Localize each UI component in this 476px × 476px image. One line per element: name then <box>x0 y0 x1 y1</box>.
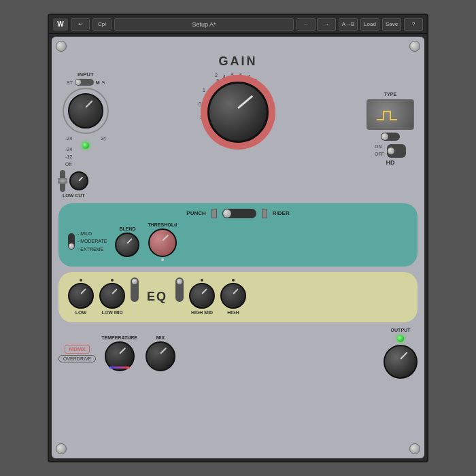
blend-knob[interactable] <box>115 233 139 257</box>
punch-rider-knob <box>223 209 231 218</box>
mdmx-badge: MDMX OVERDRIVE <box>58 345 96 362</box>
eq-high-band: HIGH <box>220 279 246 315</box>
input-max-label: 24 <box>101 136 106 141</box>
st-m-s-toggle[interactable] <box>75 79 94 86</box>
input-range-labels: -24 24 <box>65 136 106 141</box>
blend-label: BLEND <box>119 226 135 231</box>
punch-rider-toggle[interactable] <box>222 209 256 218</box>
extreme-option: - EXTREME <box>78 245 107 253</box>
punch-rider-bracket-right <box>262 209 267 218</box>
abc-left-text: ABC <box>133 303 136 318</box>
compare-button[interactable]: Cpl <box>92 18 112 31</box>
screw-top-right <box>409 41 420 52</box>
temperature-knob[interactable] <box>105 341 135 371</box>
threshold-knob[interactable] <box>148 228 177 257</box>
high-mid-label: HIGH MID <box>191 310 213 315</box>
hd-switch-knob <box>388 148 394 154</box>
top-bar: W ↩ Cpl Setup A* ← → A→B Load Save ? <box>49 15 427 34</box>
high-label: HIGH <box>227 310 239 315</box>
save-button[interactable]: Save <box>382 18 401 31</box>
eq-high-mid-band: HIGH MID <box>189 279 215 315</box>
punch-label: PUNCH <box>186 210 205 216</box>
low-mid-dot <box>111 279 114 282</box>
screw-bottom-left <box>56 443 67 454</box>
mild-toggle[interactable] <box>68 233 75 250</box>
on-label: ON <box>375 143 384 151</box>
eq-low-mid-band: LOW MID <box>99 279 125 315</box>
abc-right-text: ABC <box>178 303 181 318</box>
abc-right-switch[interactable] <box>175 277 184 302</box>
rider-label: RIDER <box>273 210 290 216</box>
next-preset-button[interactable]: → <box>317 18 336 31</box>
type-waveform <box>373 106 407 123</box>
hd-section: ON OFF HD <box>375 143 406 166</box>
threshold-knob-marker <box>162 234 169 241</box>
input-knob[interactable] <box>68 93 103 129</box>
mix-knob[interactable] <box>146 341 175 371</box>
eq-section: LOW LOW MID ABC EQ <box>58 272 418 323</box>
temp-knob-marker <box>119 347 126 354</box>
punch-rider-bracket-left <box>211 209 217 218</box>
gain-knob[interactable] <box>207 82 269 143</box>
type-label: TYPE <box>384 92 396 97</box>
off-label: OFF <box>375 151 384 158</box>
prev-preset-button[interactable]: ← <box>296 18 316 31</box>
gain-title: GAIN <box>58 54 418 69</box>
waves-icon[interactable]: W <box>53 18 68 31</box>
lowcut-slider[interactable] <box>60 170 65 192</box>
low-knob[interactable] <box>68 283 94 309</box>
type-section: TYPE ON OFF <box>363 71 418 166</box>
threshold-dot <box>161 258 164 261</box>
st-label: ST <box>67 80 73 85</box>
hd-label: HD <box>386 159 395 166</box>
threshold-label: THRESHOLd <box>148 222 177 227</box>
abc-switch-left[interactable]: ABC <box>131 277 139 318</box>
abc-switch-right[interactable]: ABC <box>175 277 184 318</box>
mild-section: - MILD - MODERATE - EXTREME <box>68 230 107 253</box>
abc-right-thumb <box>177 279 182 284</box>
ab-button[interactable]: A→B <box>339 18 358 31</box>
mdmx-box: MDMX <box>65 345 89 354</box>
input-knob-marker <box>85 100 92 107</box>
preset-arrows: ← → <box>296 18 336 31</box>
temp-arc <box>109 367 130 369</box>
high-knob[interactable] <box>220 283 246 309</box>
plugin-body: GAIN INPUT ST M S <box>52 37 424 458</box>
input-min-label: -24 <box>65 136 72 141</box>
low-dot <box>80 279 82 282</box>
output-knob[interactable] <box>384 345 418 379</box>
help-button[interactable]: ? <box>404 18 423 31</box>
abc-left-thumb <box>132 279 137 284</box>
high-mid-dot <box>201 279 203 282</box>
gain-knob-marker <box>237 95 253 109</box>
high-dot <box>232 279 235 282</box>
high-mid-knob-marker <box>201 289 207 294</box>
lowcut-off: Off <box>65 160 72 168</box>
load-button[interactable]: Load <box>360 18 379 31</box>
low-knob-marker <box>80 289 86 294</box>
teal-controls: - MILD - MODERATE - EXTREME BLEND THRESH… <box>68 222 408 261</box>
temperature-section: TEMPERATURE <box>101 335 137 371</box>
high-knob-marker <box>233 289 238 294</box>
eq-low-band: LOW <box>68 279 94 315</box>
mild-toggle-knob <box>69 243 74 249</box>
screw-top-left <box>56 41 67 52</box>
input-knob-wrap <box>62 87 109 135</box>
st-m-s-knob <box>75 80 81 85</box>
type-switch[interactable] <box>381 133 400 141</box>
output-label: OUTPUT <box>391 328 411 333</box>
low-label: LOW <box>75 310 86 315</box>
lowcut-knob[interactable] <box>69 171 88 190</box>
abc-left-switch[interactable] <box>131 277 139 302</box>
low-mid-knob[interactable] <box>99 283 125 309</box>
blend-section: BLEND <box>115 226 139 257</box>
high-mid-knob[interactable] <box>189 283 215 309</box>
low-mid-label: LOW MID <box>101 310 122 315</box>
undo-button[interactable]: ↩ <box>71 18 90 31</box>
preset-name[interactable]: Setup A* <box>114 18 294 31</box>
output-knob-marker <box>400 352 407 360</box>
gain-knob-wrap <box>201 75 275 150</box>
teal-section: PUNCH RIDER - MILD - MODERATE <box>58 203 418 267</box>
lowcut-knob-marker <box>78 176 83 181</box>
hd-switch[interactable] <box>387 144 406 158</box>
